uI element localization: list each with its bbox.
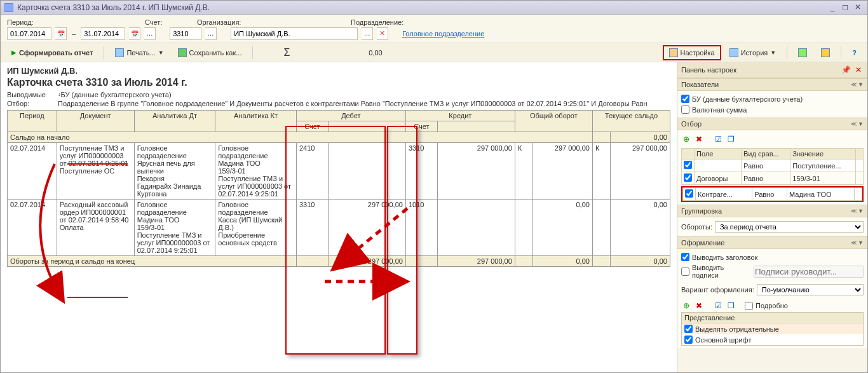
icon-2[interactable]: ❐ <box>726 301 736 311</box>
detailed-checkbox[interactable] <box>745 302 753 310</box>
val-checkbox[interactable] <box>681 105 689 114</box>
indicators-section[interactable]: Показатели≪ ▼ <box>677 78 867 91</box>
add-filter-icon[interactable]: ⊕ <box>681 134 691 144</box>
panel-pin-icon[interactable]: 📌 <box>841 65 851 75</box>
remove-icon[interactable]: ✖ <box>694 301 704 311</box>
bu-checkbox[interactable] <box>681 95 689 103</box>
table-row[interactable]: 02.07.2014 Расходный кассовый ордер ИП00… <box>8 200 670 256</box>
tool-button-1[interactable] <box>792 46 813 60</box>
report-title: Карточка счета 3310 за Июль 2014 г. <box>7 77 670 88</box>
add-icon[interactable]: ⊕ <box>681 301 691 311</box>
history-icon <box>729 48 738 57</box>
app-icon <box>4 3 13 12</box>
save-as-button[interactable]: Сохранить как... <box>172 46 248 60</box>
period-select-button[interactable]: ... <box>144 27 156 40</box>
print-button[interactable]: Печать...▼ <box>109 46 169 60</box>
report-org: ИП Шумский Д.В. <box>7 66 670 76</box>
form-report-button[interactable]: ▶Сформировать отчет <box>6 46 98 59</box>
signatures-checkbox[interactable] <box>681 268 689 276</box>
formatting-list: Представление Выделять отрицательные Осн… <box>681 312 864 346</box>
report-table: Период Документ Аналитика Дт Аналитика К… <box>7 110 670 267</box>
remove-filter-icon[interactable]: ✖ <box>694 134 704 144</box>
minimize-button[interactable]: _ <box>827 3 838 12</box>
list-item[interactable]: Выделять отрицательные <box>682 323 863 334</box>
period-label: Период: <box>7 18 42 26</box>
history-button[interactable]: История▼ <box>724 46 782 60</box>
titlebar: Карточка счета 3310 за Июль 2014 г. ИП Ш… <box>1 1 867 15</box>
filter-section[interactable]: Отбор≪ ▼ <box>677 118 867 130</box>
maximize-button[interactable]: ◻ <box>839 3 851 12</box>
icon-1[interactable]: ☑ <box>713 301 723 311</box>
panel-close-icon[interactable]: ✕ <box>853 65 864 75</box>
settings-panel: Панель настроек 📌 ✕ Показатели≪ ▼ БУ (да… <box>677 62 867 372</box>
sigma-icon: Σ <box>283 47 290 58</box>
account-label: Счет: <box>145 18 177 26</box>
formatting-section[interactable]: Оформление≪ ▼ <box>677 236 867 249</box>
filter-row[interactable]: Договоры Равно 159/3-01 <box>682 172 864 185</box>
close-button[interactable]: ✕ <box>852 3 864 12</box>
filter-row[interactable]: Докумен... Равно Поступление... <box>682 159 864 172</box>
date-to-input[interactable] <box>81 27 125 40</box>
subdiv-link[interactable]: Головное подразделение <box>402 30 484 37</box>
org-input[interactable] <box>231 27 358 40</box>
org-select-button[interactable]: ... <box>362 27 373 40</box>
tool-button-2[interactable] <box>815 46 836 60</box>
table-row[interactable]: 02.07.2014 Поступление ТМЗ и услуг ИП000… <box>8 143 670 200</box>
sum-value: 0,00 <box>369 49 382 57</box>
org-clear-button[interactable]: ✕ <box>377 27 388 40</box>
account-select-button[interactable]: ... <box>205 27 217 40</box>
printer-icon <box>115 48 124 57</box>
save-icon <box>178 48 187 57</box>
window-title: Карточка счета 3310 за Июль 2014 г. ИП Ш… <box>17 3 210 12</box>
date-from-input[interactable] <box>7 27 51 40</box>
list-item[interactable]: Основной шрифт <box>682 334 863 345</box>
variant-select[interactable]: По-умолчанию <box>757 284 864 295</box>
grouping-section[interactable]: Группировка≪ ▼ <box>677 205 867 217</box>
settings-icon <box>669 48 678 57</box>
calendar-icon[interactable]: 📅 <box>55 27 67 40</box>
signatures-input <box>754 266 864 278</box>
report-area: ИП Шумский Д.В. Карточка счета 3310 за И… <box>1 62 677 372</box>
header-checkbox[interactable] <box>681 253 689 261</box>
filter-bar: Период: Счет: Организация: Подразделение… <box>1 15 867 43</box>
panel-title: Панель настроек <box>681 66 736 74</box>
org-label: Организация: <box>197 18 248 26</box>
filter-icon-1[interactable]: ☑ <box>713 134 723 144</box>
toolbar: ▶Сформировать отчет Печать...▼ Сохранить… <box>1 43 867 62</box>
filter-row[interactable]: Контраге... Равно Мадина ТОО <box>683 188 862 201</box>
subdiv-label: Подразделение: <box>351 18 403 26</box>
calendar-icon[interactable]: 📅 <box>129 27 140 40</box>
filter-conditions-table: ПолеВид срав...Значение Докумен... Равно… <box>681 148 864 185</box>
settings-button[interactable]: Настройка <box>663 45 721 60</box>
filter-icon-2[interactable]: ❐ <box>726 134 736 144</box>
help-button[interactable]: ? <box>846 46 862 59</box>
account-input[interactable] <box>170 27 201 40</box>
turnover-select[interactable]: За период отчета <box>715 221 864 233</box>
